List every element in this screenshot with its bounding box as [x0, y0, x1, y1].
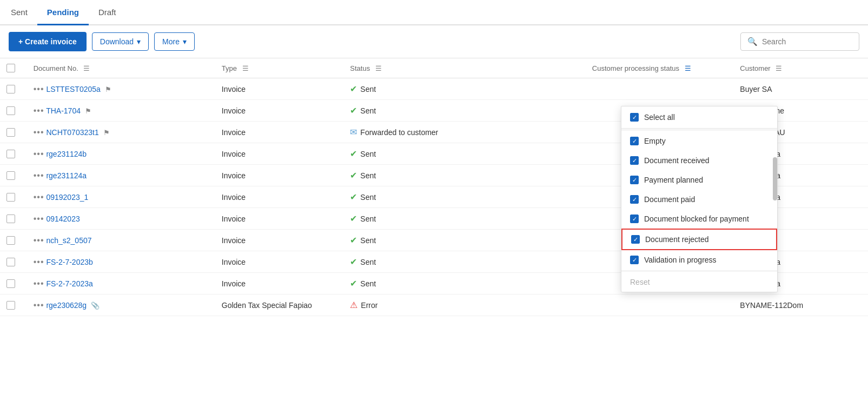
cell-type-10: Golden Tax Special Fapiao	[215, 294, 344, 316]
sent-icon-4: ✔	[350, 170, 357, 180]
doc-link-0[interactable]: LSTTEST0205a	[46, 85, 100, 93]
cell-type-9: Invoice	[215, 273, 344, 294]
tab-sent[interactable]: Sent	[9, 0, 37, 24]
bookmark-icon-1: ⚑	[85, 107, 91, 115]
dropdown-item-label-3: Document paid	[644, 195, 695, 204]
cell-type-3: Invoice	[215, 143, 344, 165]
dropdown-cb-0[interactable]: ✓	[630, 137, 639, 145]
filter-customer-icon[interactable]: ☰	[776, 64, 782, 72]
dropdown-item-3[interactable]: ✓Document paid	[621, 190, 777, 209]
doc-link-4[interactable]: rge231124a	[46, 171, 87, 180]
filter-status-icon[interactable]: ☰	[375, 64, 382, 72]
dropdown-item-4[interactable]: ✓Document blocked for payment	[621, 209, 777, 229]
row-checkbox-4[interactable]	[6, 171, 15, 180]
table-row: ••• rge230628g 📎Golden Tax Special Fapia…	[0, 294, 868, 316]
filter-cps-icon[interactable]: ☰	[685, 64, 691, 72]
dropdown-cb-6[interactable]: ✓	[630, 256, 639, 264]
cell-status-4: ✔Sent	[343, 165, 586, 186]
doc-link-3[interactable]: rge231124b	[46, 150, 87, 158]
reset-button: Reset	[621, 272, 777, 292]
row-more-dots-7[interactable]: •••	[34, 236, 44, 245]
doc-link-7[interactable]: nch_s2_0507	[46, 236, 91, 245]
row-checkbox-2[interactable]	[6, 128, 15, 137]
cell-type-2: Invoice	[215, 122, 344, 143]
row-more-dots-10[interactable]: •••	[34, 300, 44, 310]
dropdown-item-5[interactable]: ✓Document rejected	[621, 229, 777, 250]
select-all-label: Select all	[644, 113, 675, 122]
doc-link-6[interactable]: 09142023	[46, 215, 79, 223]
row-checkbox-0[interactable]	[6, 85, 15, 93]
cell-cps-0	[586, 78, 733, 100]
cell-status-0: ✔Sent	[343, 78, 586, 100]
dropdown-item-6[interactable]: ✓Validation in progress	[621, 250, 777, 270]
select-all-checkbox[interactable]	[6, 64, 15, 72]
sent-icon-8: ✔	[350, 257, 357, 267]
row-checkbox-1[interactable]	[6, 106, 15, 115]
cell-type-1: Invoice	[215, 100, 344, 122]
cell-status-7: ✔Sent	[343, 230, 586, 251]
row-checkbox-6[interactable]	[6, 215, 15, 223]
row-more-dots-9[interactable]: •••	[34, 279, 44, 288]
scrollbar-thumb[interactable]	[773, 157, 777, 200]
row-checkbox-9[interactable]	[6, 279, 15, 288]
dropdown-item-2[interactable]: ✓Payment planned	[621, 170, 777, 190]
dropdown-items-list: ✓Empty✓Document received✓Payment planned…	[621, 131, 777, 270]
cell-type-4: Invoice	[215, 165, 344, 186]
dropdown-cb-4[interactable]: ✓	[630, 215, 639, 223]
row-checkbox-3[interactable]	[6, 150, 15, 158]
doc-link-10[interactable]: rge230628g	[46, 301, 87, 310]
doc-link-1[interactable]: THA-1704	[46, 106, 81, 115]
row-checkbox-8[interactable]	[6, 258, 15, 266]
dropdown-divider-top	[621, 130, 777, 130]
cell-status-6: ✔Sent	[343, 208, 586, 230]
cell-status-1: ✔Sent	[343, 100, 586, 122]
sent-icon-6: ✔	[350, 213, 357, 224]
row-checkbox-10[interactable]	[6, 301, 15, 310]
dropdown-cb-5[interactable]: ✓	[631, 235, 640, 244]
row-more-dots-4[interactable]: •••	[34, 171, 44, 180]
row-more-dots-5[interactable]: •••	[34, 192, 44, 202]
search-input[interactable]	[762, 37, 849, 46]
cell-cps-10	[586, 294, 733, 316]
dropdown-cb-2[interactable]: ✓	[630, 176, 639, 184]
sent-icon-5: ✔	[350, 192, 357, 202]
filter-doc-icon[interactable]: ☰	[83, 64, 90, 72]
doc-link-5[interactable]: 09192023_1	[46, 193, 88, 202]
filter-type-icon[interactable]: ☰	[242, 64, 249, 72]
table-container: Document No. ☰ Type ☰ Status ☰ Customer …	[0, 58, 868, 316]
dropdown-divider-bottom	[621, 271, 777, 271]
sent-icon-3: ✔	[350, 149, 357, 159]
dropdown-item-1[interactable]: ✓Document received	[621, 151, 777, 170]
dropdown-cb-3[interactable]: ✓	[630, 195, 639, 204]
reset-label: Reset	[630, 278, 650, 286]
doc-link-9[interactable]: FS-2-7-2023a	[46, 279, 92, 288]
doc-link-2[interactable]: NCHT070323t1	[46, 128, 98, 137]
row-more-dots-0[interactable]: •••	[34, 84, 44, 93]
table-row: ••• LSTTEST0205a ⚑Invoice✔SentBuyer SA	[0, 78, 868, 100]
error-icon-10: ⚠	[350, 300, 357, 310]
doc-link-8[interactable]: FS-2-7-2023b	[46, 258, 92, 266]
row-more-dots-2[interactable]: •••	[34, 128, 44, 137]
tab-draft[interactable]: Draft	[89, 0, 126, 24]
more-button[interactable]: More ▾	[154, 32, 195, 51]
dropdown-cb-1[interactable]: ✓	[630, 156, 639, 165]
row-more-dots-8[interactable]: •••	[34, 257, 44, 266]
row-checkbox-7[interactable]	[6, 236, 15, 245]
col-header-cps: Customer processing status	[592, 64, 679, 72]
create-invoice-button[interactable]: + Create invoice	[9, 32, 87, 51]
col-header-customer: Customer	[740, 64, 770, 72]
row-more-dots-1[interactable]: •••	[34, 106, 44, 115]
dropdown-scroll: ✓Empty✓Document received✓Payment planned…	[621, 131, 777, 270]
search-icon: 🔍	[747, 37, 758, 46]
row-more-dots-3[interactable]: •••	[34, 149, 44, 158]
tab-pending[interactable]: Pending	[37, 0, 89, 24]
dropdown-item-label-1: Document received	[644, 156, 710, 165]
dropdown-item-0[interactable]: ✓Empty	[621, 131, 777, 151]
download-button[interactable]: Download ▾	[92, 32, 149, 51]
row-checkbox-5[interactable]	[6, 193, 15, 202]
row-more-dots-6[interactable]: •••	[34, 214, 44, 223]
toolbar: + Create invoice Download ▾ More ▾ 🔍	[0, 25, 868, 58]
bookmark-icon-2: ⚑	[103, 129, 110, 137]
select-all-checked-icon[interactable]: ✓	[630, 113, 639, 122]
sent-icon-7: ✔	[350, 235, 357, 245]
